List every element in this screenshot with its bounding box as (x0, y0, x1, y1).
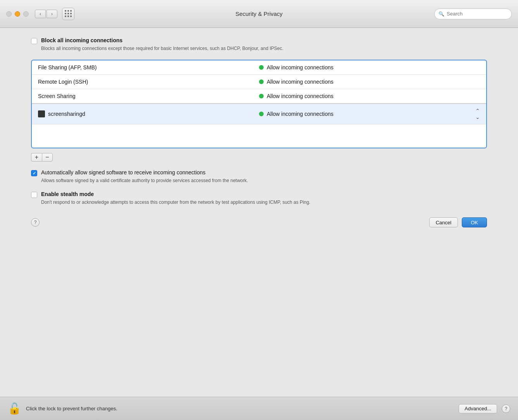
maximize-button[interactable] (23, 11, 29, 17)
block-incoming-text: Block all incoming connections Blocks al… (41, 37, 283, 52)
search-input[interactable] (447, 11, 508, 17)
lock-icon[interactable]: 🔓 (8, 402, 21, 415)
block-incoming-description: Blocks all incoming connections except t… (41, 45, 283, 52)
green-dot-icon (259, 79, 264, 84)
service-status-remote-login: Allow incoming connections (259, 79, 480, 85)
stealth-mode-section: Enable stealth mode Don't respond to or … (31, 191, 487, 206)
advanced-button[interactable]: Advanced... (459, 404, 497, 413)
block-incoming-checkbox[interactable] (31, 38, 37, 44)
service-status-file-sharing: Allow incoming connections (259, 64, 480, 71)
block-incoming-section: Block all incoming connections Blocks al… (31, 37, 487, 52)
green-dot-icon (259, 65, 264, 70)
ok-button[interactable]: OK (462, 217, 487, 227)
minimize-button[interactable] (15, 11, 20, 17)
window-title: Security & Privacy (235, 10, 283, 17)
service-name-remote-login: Remote Login (SSH) (38, 79, 259, 85)
search-icon: 🔍 (439, 11, 444, 17)
forward-button[interactable]: › (47, 10, 57, 18)
traffic-lights (6, 11, 29, 17)
close-button[interactable] (6, 11, 12, 17)
bottom-bar: 🔓 Click the lock to prevent further chan… (0, 397, 518, 420)
service-status-screensharingd: Allow incoming connections ⌃⌄ (259, 108, 480, 120)
service-status-screen-sharing: Allow incoming connections (259, 93, 480, 99)
green-dot-icon (259, 94, 264, 98)
back-button[interactable]: ‹ (35, 10, 46, 18)
remove-button[interactable]: − (42, 153, 53, 162)
stealth-mode-checkbox[interactable] (31, 192, 37, 198)
lock-text: Click the lock to prevent further change… (26, 406, 117, 411)
search-box[interactable]: 🔍 (434, 9, 512, 19)
block-incoming-label: Block all incoming connections (41, 37, 283, 43)
auto-allow-section: Automatically allow signed software to r… (31, 169, 487, 184)
cancel-button[interactable]: Cancel (429, 217, 458, 227)
table-row[interactable]: screensharingd Allow incoming connection… (32, 104, 486, 124)
auto-allow-label: Automatically allow signed software to r… (41, 169, 248, 176)
services-table: File Sharing (AFP, SMB) Allow incoming c… (31, 60, 487, 148)
help-button[interactable]: ? (31, 218, 40, 227)
grid-icon (65, 10, 72, 17)
stealth-mode-label: Enable stealth mode (41, 191, 310, 197)
titlebar: ‹ › Security & Privacy 🔍 (0, 0, 518, 28)
green-dot-icon (259, 112, 264, 116)
auto-allow-text: Automatically allow signed software to r… (41, 169, 248, 184)
action-row: ? Cancel OK (31, 217, 487, 227)
add-remove-buttons: + − (31, 153, 487, 162)
stealth-mode-text: Enable stealth mode Don't respond to or … (41, 191, 310, 206)
service-name-file-sharing: File Sharing (AFP, SMB) (38, 64, 259, 71)
nav-buttons: ‹ › (35, 10, 57, 18)
table-row[interactable]: Screen Sharing Allow incoming connection… (32, 89, 486, 103)
service-name-screensharingd: screensharingd (38, 110, 259, 117)
add-button[interactable]: + (31, 153, 42, 162)
app-icon (38, 110, 45, 117)
bottom-help-button[interactable]: ? (502, 405, 510, 413)
stepper-icon[interactable]: ⌃⌄ (475, 108, 480, 120)
auto-allow-description: Allows software signed by a valid certif… (41, 177, 248, 184)
stealth-mode-description: Don't respond to or acknowledge attempts… (41, 199, 310, 206)
auto-allow-checkbox[interactable] (31, 170, 37, 176)
service-name-screen-sharing: Screen Sharing (38, 93, 259, 99)
main-content: Block all incoming connections Blocks al… (0, 28, 518, 420)
table-row[interactable]: File Sharing (AFP, SMB) Allow incoming c… (32, 60, 486, 75)
grid-view-button[interactable] (62, 8, 74, 20)
table-row[interactable]: Remote Login (SSH) Allow incoming connec… (32, 75, 486, 89)
